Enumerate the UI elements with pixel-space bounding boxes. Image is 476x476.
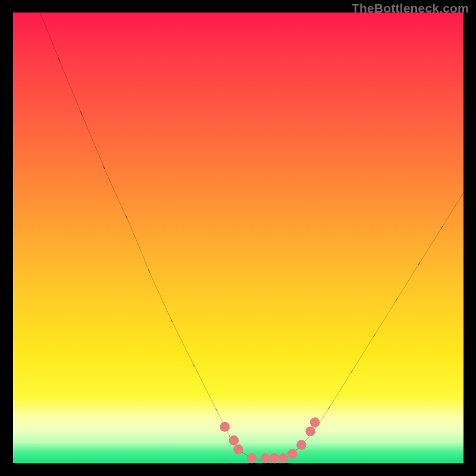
marker-dot (278, 453, 289, 464)
marker-dot (310, 418, 320, 428)
marker-dot (247, 453, 257, 464)
plot-area (13, 12, 464, 463)
marker-dot (305, 427, 315, 437)
marker-dot (296, 440, 306, 450)
marker-dot (233, 444, 243, 455)
curve-svg (13, 12, 464, 463)
watermark-text: TheBottleneck.com (352, 1, 469, 15)
marker-dot (229, 436, 239, 446)
marker-dot (287, 449, 298, 459)
marker-dot (220, 422, 230, 432)
highlight-markers (220, 418, 320, 464)
chart-frame: TheBottleneck.com (0, 0, 476, 476)
marker-dot (261, 453, 271, 464)
bottleneck-curve (40, 12, 464, 459)
marker-dot (270, 453, 280, 464)
